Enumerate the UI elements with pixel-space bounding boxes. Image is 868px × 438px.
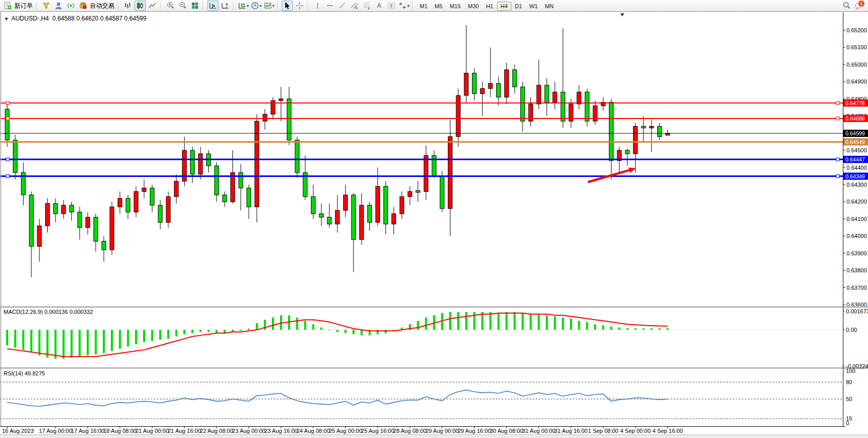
- text-button[interactable]: A: [373, 1, 385, 11]
- horizontal-line-icon: [326, 2, 334, 10]
- autotrading-button[interactable]: [77, 1, 89, 11]
- vertical-line-button[interactable]: [312, 1, 323, 11]
- search-button[interactable]: [841, 1, 852, 11]
- tab-timeframe-M30[interactable]: M30: [464, 2, 482, 11]
- line-handle: [836, 117, 839, 120]
- candle-bear: [214, 166, 219, 195]
- macd-bar: [240, 330, 242, 331]
- chart-shift-button[interactable]: [220, 1, 231, 11]
- tab-timeframe-D1[interactable]: D1: [511, 2, 526, 11]
- macd-bar: [87, 330, 89, 355]
- fibonacci-button[interactable]: F: [361, 1, 372, 11]
- toolbar-separator: [307, 2, 310, 10]
- chart-title-symbol: AUDUSD-,H4: [11, 15, 49, 22]
- macd-bar: [618, 328, 620, 330]
- macd-bar: [578, 321, 580, 330]
- tab-timeframe-M5[interactable]: M5: [431, 2, 446, 11]
- candle-bull: [110, 207, 114, 250]
- tab-timeframe-W1[interactable]: W1: [526, 2, 542, 11]
- candle-bull: [46, 204, 50, 226]
- macd-bar: [6, 330, 8, 345]
- svg-text:18 Aug 08:00: 18 Aug 08:00: [103, 428, 136, 434]
- new-order-icon: [4, 2, 12, 10]
- new-order-label[interactable]: 新订单: [14, 2, 33, 10]
- macd-bar: [385, 330, 387, 333]
- candlestick-chart-icon: [136, 2, 144, 10]
- candle-bull: [37, 226, 42, 246]
- text-label-button[interactable]: T: [386, 1, 397, 11]
- zoom-in-button[interactable]: [165, 1, 176, 11]
- candle-bull: [504, 70, 508, 97]
- new-order-button[interactable]: [2, 1, 13, 11]
- candle-bull: [118, 198, 122, 207]
- candle-bear: [70, 205, 74, 212]
- crosshair-button[interactable]: [294, 1, 305, 11]
- svg-text:22 Aug 08:00: 22 Aug 08:00: [200, 428, 233, 434]
- candle-bear: [29, 195, 33, 246]
- candle-bear: [432, 155, 436, 176]
- svg-text:0.63800: 0.63800: [846, 267, 867, 273]
- candle-bear: [416, 191, 420, 192]
- candle-bear: [641, 126, 645, 128]
- equidistant-channel-button[interactable]: E: [349, 1, 360, 11]
- svg-text:0.64200: 0.64200: [846, 198, 867, 205]
- svg-text:0: 0: [846, 420, 849, 426]
- indicators-icon: [238, 2, 246, 10]
- macd-bar: [449, 312, 451, 330]
- periods-button[interactable]: ▾: [250, 1, 262, 11]
- macd-bar: [304, 321, 306, 330]
- cursor-button[interactable]: [282, 1, 293, 11]
- candle-bear: [102, 241, 106, 250]
- svg-text:4 Sep 00:00: 4 Sep 00:00: [620, 428, 650, 434]
- macd-bar: [498, 313, 500, 330]
- indicators-button[interactable]: ▾: [238, 1, 249, 11]
- auto-scroll-button[interactable]: [207, 1, 219, 11]
- macd-bar: [650, 328, 653, 330]
- status-strip: [0, 435, 868, 438]
- tab-timeframe-MN[interactable]: MN: [541, 2, 557, 11]
- macd-bar: [474, 312, 476, 330]
- svg-text:17 Aug 16:00: 17 Aug 16:00: [71, 428, 105, 434]
- cursor-icon: [283, 2, 291, 10]
- metaeditor-button[interactable]: [41, 1, 52, 11]
- chart-surface[interactable]: 0.652000.651000.650000.649000.648000.647…: [0, 12, 868, 438]
- candle-bear: [472, 73, 477, 94]
- tab-timeframe-H1[interactable]: H1: [482, 2, 497, 11]
- arrows-button[interactable]: ▾: [398, 1, 410, 11]
- macd-bar: [659, 328, 661, 330]
- collapse-triangle-icon[interactable]: ▼: [4, 16, 9, 22]
- chart-title: ▼AUDUSD-,H4 0.64588 0.64620 0.64587 0.64…: [4, 15, 146, 22]
- candle-bull: [62, 205, 66, 214]
- svg-text:0.64000: 0.64000: [846, 233, 867, 239]
- candle-bull: [263, 114, 267, 121]
- trendline-button[interactable]: [337, 1, 348, 11]
- autotrading-label[interactable]: 自动交易: [90, 2, 114, 10]
- candle-bear: [658, 126, 662, 136]
- candle-bull: [448, 136, 452, 208]
- templates-button[interactable]: ▾: [263, 1, 275, 11]
- tile-windows-icon: [191, 2, 199, 10]
- candle-bull: [649, 126, 654, 128]
- signals-button[interactable]: [65, 1, 76, 11]
- mt4-window: 新订单 自动交易: [0, 0, 868, 438]
- macd-bar: [256, 323, 258, 330]
- bar-chart-button[interactable]: [122, 1, 133, 11]
- svg-text:0.64349: 0.64349: [845, 173, 865, 180]
- macd-bar: [465, 312, 467, 330]
- candle-bear: [287, 99, 291, 140]
- horizontal-line-button[interactable]: [324, 1, 336, 11]
- equidistant-channel-icon: E: [350, 2, 359, 10]
- tab-timeframe-M15[interactable]: M15: [446, 2, 464, 11]
- community-button[interactable]: [53, 1, 64, 11]
- candlestick-chart-button[interactable]: [134, 1, 146, 11]
- svg-text:31 Aug 00:00: 31 Aug 00:00: [522, 428, 556, 434]
- tile-windows-button[interactable]: [189, 1, 201, 11]
- zoom-out-button[interactable]: [177, 1, 188, 11]
- tab-timeframe-H4[interactable]: H4: [497, 2, 511, 11]
- svg-text:0.63700: 0.63700: [846, 285, 867, 291]
- line-chart-button[interactable]: [147, 1, 158, 11]
- tab-timeframe-M1[interactable]: M1: [416, 2, 431, 11]
- macd-bar: [103, 330, 105, 353]
- notifications-button[interactable]: 1: [853, 1, 864, 11]
- text-label-icon: T: [387, 2, 396, 10]
